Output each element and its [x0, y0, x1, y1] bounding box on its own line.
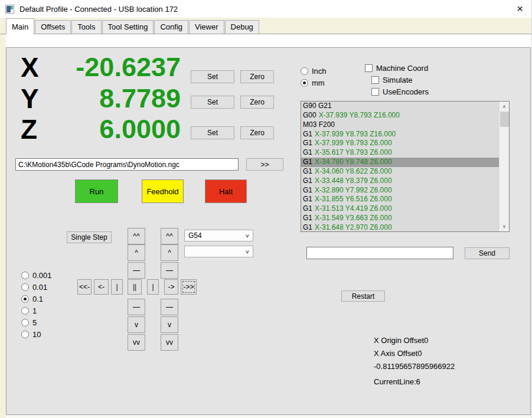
gcode-line[interactable]: G1X-34.780 Y8.748 Z6.000: [301, 158, 499, 167]
dro-axis-label-x: X: [21, 53, 39, 82]
zero-button-x[interactable]: Zero: [240, 70, 274, 83]
gcode-listing[interactable]: G90 G21G00X-37.939 Y8.793 Z16.000M03 F20…: [301, 101, 510, 232]
gcode-coords: X-31.648 Y2.970 Z6.000: [315, 223, 392, 231]
tab-main[interactable]: Main: [6, 18, 34, 34]
run-button[interactable]: Run: [75, 179, 118, 203]
radio-icon: [21, 283, 29, 291]
scroll-down-icon[interactable]: ∨: [500, 221, 509, 231]
radio-icon: [301, 67, 308, 75]
jog-row-button-3[interactable]: ||: [128, 279, 142, 295]
gcode-line[interactable]: G1X-31.549 Y3.663 Z6.000: [301, 214, 499, 223]
checkbox-simulate[interactable]: Simulate: [371, 74, 413, 85]
gcode-line[interactable]: G1X-31.648 Y2.970 Z6.000: [301, 223, 499, 231]
step-size-option-1[interactable]: 1: [21, 305, 37, 316]
gcode-cmd: G1: [303, 167, 312, 175]
gcode-line[interactable]: G1X-32.890 Y7.992 Z6.000: [301, 186, 499, 195]
file-browse-button[interactable]: >>: [246, 158, 283, 171]
checkbox-useencoders[interactable]: UseEncoders: [371, 86, 429, 97]
status-line-3: CurrentLine:6: [374, 377, 420, 386]
step-size-label: 0.1: [32, 295, 43, 303]
step-size-option-0-1[interactable]: 0.1: [21, 293, 43, 304]
tab-config[interactable]: Config: [154, 20, 188, 34]
gcode-cmd: G1: [303, 195, 312, 203]
jog-left-col-button-3[interactable]: —: [128, 299, 145, 315]
step-size-option-5[interactable]: 5: [21, 317, 37, 328]
fixture-select-value: G54: [188, 231, 202, 240]
jog-row-button-5[interactable]: ->: [164, 279, 178, 295]
tab-debug[interactable]: Debug: [225, 20, 259, 34]
jog-left-col-button-2[interactable]: —: [128, 262, 145, 279]
single-step-button[interactable]: Single Step: [67, 231, 112, 243]
step-size-option-0-001[interactable]: 0.001: [21, 270, 52, 280]
restart-button[interactable]: Restart: [341, 290, 385, 302]
jog-right-col-button-0[interactable]: ^^: [161, 228, 178, 244]
tab-bar: MainOffsetsToolsTool SettingConfigViewer…: [0, 18, 531, 34]
set-button-x[interactable]: Set: [191, 70, 234, 83]
step-size-label: 0.01: [32, 283, 47, 292]
step-size-label: 1: [32, 306, 37, 315]
halt-button[interactable]: Halt: [205, 179, 247, 203]
gcode-scrollbar[interactable]: ∧ ∨: [499, 102, 509, 231]
zero-button-y[interactable]: Zero: [240, 96, 274, 109]
jog-left-col-button-1[interactable]: ^: [128, 244, 145, 261]
set-button-y[interactable]: Set: [191, 96, 234, 109]
send-button[interactable]: Send: [465, 247, 510, 259]
tab-page-top-band: [6, 34, 532, 47]
radio-icon: [21, 307, 29, 315]
jog-row-button-1[interactable]: <-: [94, 279, 109, 295]
jog-row-button-4[interactable]: |: [147, 279, 159, 295]
gcode-line[interactable]: G1X-37.939 Y8.793 Z16.000: [301, 130, 499, 139]
jog-right-col-button-4[interactable]: v: [161, 316, 178, 333]
jog-left-col-button-5[interactable]: vv: [128, 334, 145, 351]
gcode-line[interactable]: G1X-34.060 Y8.622 Z6.000: [301, 167, 499, 177]
close-icon[interactable]: ×: [517, 1, 523, 17]
gcode-cmd: G1: [303, 186, 312, 194]
gcode-line[interactable]: G1X-31.855 Y6.516 Z6.000: [301, 195, 499, 204]
gcode-line[interactable]: G1X-31.513 Y4.419 Z6.000: [301, 204, 499, 214]
jog-left-col-button-4[interactable]: v: [128, 316, 145, 333]
scroll-up-icon[interactable]: ∧: [500, 102, 509, 112]
radio-icon: [21, 272, 29, 279]
tab-tool-setting[interactable]: Tool Setting: [102, 20, 154, 34]
tab-viewer[interactable]: Viewer: [189, 20, 224, 34]
unit-option-inch[interactable]: Inch: [301, 66, 327, 76]
tool-select[interactable]: ∨: [184, 246, 253, 257]
gcode-line[interactable]: G1X-35.617 Y8.793 Z6.000: [301, 148, 499, 158]
jog-right-col-button-2[interactable]: —: [161, 262, 178, 279]
step-size-option-0-01[interactable]: 0.01: [21, 282, 47, 292]
gcode-line[interactable]: G1X-33.448 Y8.379 Z6.000: [301, 177, 499, 186]
step-size-label: 0.001: [32, 271, 52, 280]
checkbox-machine-coord[interactable]: Machine Coord: [365, 63, 428, 73]
gcode-line[interactable]: G00X-37.939 Y8.793 Z16.000: [301, 111, 499, 120]
jog-right-col-button-5[interactable]: vv: [161, 334, 178, 351]
step-size-label: 5: [32, 318, 37, 327]
fixture-select[interactable]: G54 ∨: [184, 230, 253, 241]
jog-left-col-button-0[interactable]: ^^: [128, 228, 145, 244]
jog-row-button-2[interactable]: |: [111, 279, 123, 295]
gcode-cmd: G1: [303, 204, 312, 213]
mdi-command-input[interactable]: [306, 247, 453, 259]
jog-row-button-0[interactable]: <<-: [77, 279, 92, 295]
zero-button-z[interactable]: Zero: [240, 126, 274, 139]
feedhold-button[interactable]: Feedhold: [142, 179, 184, 203]
set-button-z[interactable]: Set: [191, 126, 234, 139]
gcode-coords: X-31.549 Y3.663 Z6.000: [315, 214, 392, 222]
gcode-file-path-input[interactable]: [15, 158, 239, 171]
tab-offsets[interactable]: Offsets: [35, 20, 71, 34]
jog-right-col-button-3[interactable]: —: [161, 299, 178, 315]
unit-option-mm[interactable]: mm: [301, 77, 325, 88]
gcode-line[interactable]: M03 F200: [301, 120, 499, 130]
gcode-line[interactable]: G1X-37.939 Y8.793 Z6.000: [301, 139, 499, 148]
chevron-down-icon: ∨: [245, 233, 250, 239]
gcode-line[interactable]: G90 G21: [301, 102, 499, 111]
dro-value-x: -20.6237: [48, 53, 181, 82]
jog-row-button-6[interactable]: ->>: [181, 279, 197, 295]
checkbox-icon: [371, 76, 379, 84]
tab-tools[interactable]: Tools: [71, 20, 101, 34]
jog-right-col-button-1[interactable]: ^: [161, 244, 178, 261]
step-size-option-10[interactable]: 10: [21, 329, 41, 339]
gcode-coords: X-33.448 Y8.379 Z6.000: [315, 177, 392, 185]
scrollbar-thumb[interactable]: [500, 112, 509, 127]
dro-value-y: 8.7789: [48, 84, 181, 113]
radio-icon: [21, 331, 29, 338]
